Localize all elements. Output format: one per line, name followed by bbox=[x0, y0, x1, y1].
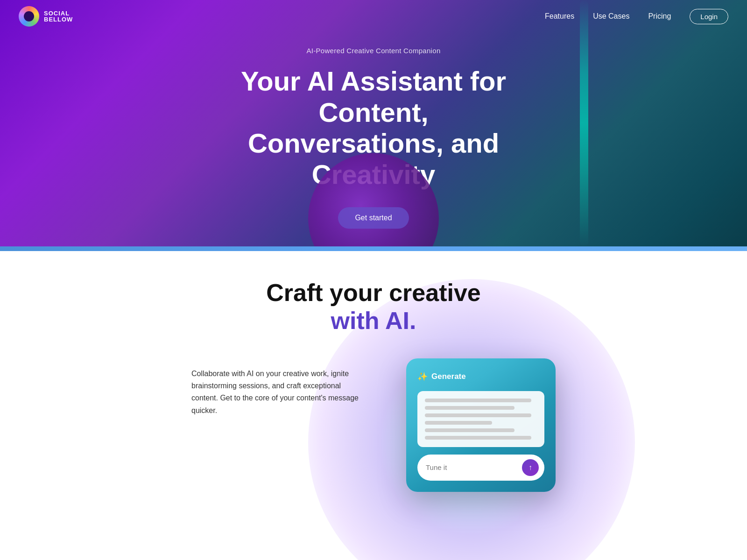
content-row: Collaborate with AI on your creative wor… bbox=[117, 358, 630, 492]
tune-input[interactable] bbox=[426, 463, 517, 471]
logo-bellow: BELLOW bbox=[44, 16, 73, 22]
section-heading-line1: Craft your creative bbox=[266, 279, 481, 306]
magic-wand-icon: ✨ bbox=[417, 371, 428, 382]
document-preview bbox=[417, 391, 544, 447]
nav-links: Features Use Cases Pricing Login bbox=[545, 9, 728, 24]
section-heading: Craft your creative with AI. bbox=[266, 279, 481, 335]
tune-input-row[interactable]: ↑ bbox=[417, 455, 544, 481]
section-content: Craft your creative with AI. Collaborate… bbox=[0, 279, 747, 492]
nav-pricing[interactable]: Pricing bbox=[648, 12, 671, 21]
doc-line-6 bbox=[425, 436, 531, 440]
doc-line-1 bbox=[425, 399, 531, 402]
generate-header: ✨ Generate bbox=[417, 371, 544, 382]
features-section: Craft your creative with AI. Collaborate… bbox=[0, 251, 747, 560]
logo[interactable]: SOCIAL BELLOW bbox=[19, 6, 73, 27]
navbar: SOCIAL BELLOW Features Use Cases Pricing… bbox=[0, 0, 747, 33]
logo-text: SOCIAL BELLOW bbox=[44, 10, 73, 22]
get-started-button[interactable]: Get started bbox=[338, 207, 409, 229]
doc-line-2 bbox=[425, 406, 514, 410]
blue-divider-strip bbox=[0, 246, 747, 251]
hero-section: AI-Powered Creative Content Companion Yo… bbox=[0, 0, 747, 246]
logo-inner-circle bbox=[24, 11, 34, 21]
nav-features[interactable]: Features bbox=[545, 12, 574, 21]
section-body-text: Collaborate with AI on your creative wor… bbox=[191, 368, 369, 417]
left-text-block: Collaborate with AI on your creative wor… bbox=[191, 358, 369, 417]
hero-subtitle: AI-Powered Creative Content Companion bbox=[306, 47, 440, 55]
section-heading-line2: with AI. bbox=[331, 307, 416, 334]
doc-line-4 bbox=[425, 421, 492, 425]
generate-card: ✨ Generate ↑ bbox=[406, 358, 556, 492]
logo-icon bbox=[19, 6, 39, 27]
doc-line-5 bbox=[425, 428, 514, 432]
doc-line-3 bbox=[425, 413, 531, 417]
send-button[interactable]: ↑ bbox=[522, 459, 539, 476]
generate-label: Generate bbox=[431, 372, 466, 381]
nav-use-cases[interactable]: Use Cases bbox=[593, 12, 629, 21]
login-button[interactable]: Login bbox=[690, 9, 728, 24]
